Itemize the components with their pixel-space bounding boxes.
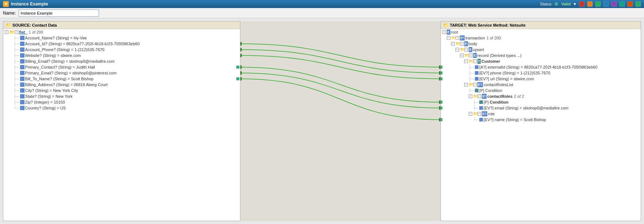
title-bar-right: Status: Valid ▼ <box>540 1 641 7</box>
expand-flat[interactable]: − <box>15 30 18 34</box>
tree-connector: └─ <box>473 117 479 122</box>
expand-icon[interactable]: − <box>460 54 464 57</box>
expand-icon-2[interactable]: − <box>477 112 481 116</box>
tree-item[interactable]: − 📁 − E upsert <box>441 47 641 53</box>
type-badge: E* <box>482 94 487 99</box>
field-icon <box>20 47 24 52</box>
tree-connector: ├─ <box>469 76 475 81</box>
left-connection-dot <box>441 101 442 104</box>
expand-icon[interactable]: − <box>464 59 468 63</box>
tree-connector: ├─ <box>14 35 19 40</box>
field-icon <box>479 118 483 121</box>
type-badge: E <box>473 53 477 58</box>
name-input[interactable] <box>19 9 99 17</box>
expand-icon-2[interactable]: − <box>473 59 477 63</box>
list-item: ├─ State? (String) = New York <box>3 93 240 99</box>
tree-connector: ├─ <box>469 88 475 93</box>
field-icon <box>20 106 24 110</box>
tree-connector: ├─ <box>14 59 19 64</box>
tree-item[interactable]: − 📁 − E* contactRoles 2 of 2 <box>441 93 641 99</box>
tree-item: └─ [EV?] name (String) = Scott Bishop <box>441 117 641 123</box>
left-connection-dot <box>441 118 442 121</box>
left-connection-dot <box>441 107 442 109</box>
folder-icon: 📁 <box>469 59 473 64</box>
expand-icon[interactable]: − <box>464 83 468 86</box>
toolbar-btn-4[interactable] <box>603 1 609 7</box>
dropdown-arrow[interactable]: ▼ <box>573 2 577 6</box>
tree-connector: ├─ <box>14 47 19 52</box>
left-panel-header: 📁 SOURCE: Contact Data <box>3 22 240 29</box>
svg-rect-2 <box>240 48 241 51</box>
list-item: ├─ Website? (String) = sbwire.com <box>3 53 240 58</box>
condition-icon <box>479 100 483 104</box>
type-badge: E <box>447 30 450 35</box>
toolbar-btn-8[interactable] <box>635 1 641 7</box>
flat-count: 1 of 200 <box>29 30 43 35</box>
toolbar-btn-2[interactable] <box>587 1 593 7</box>
folder-icon: 📁 <box>451 35 456 40</box>
tree-item[interactable]: − 📁 − E body <box>441 41 641 47</box>
right-panel-header: 📁 TARGET: Web Service Method: Netsuite <box>441 22 641 29</box>
svg-rect-10 <box>240 77 241 80</box>
expand-icon-2[interactable]: − <box>460 42 464 46</box>
field-icon <box>475 71 479 75</box>
right-panel-title: TARGET: Web Service Method: Netsuite <box>450 23 526 27</box>
tree-item: ├─ [EV?] email (String) = sbishop0@media… <box>441 105 641 111</box>
flat-label[interactable]: flat_ <box>19 30 27 35</box>
tree-connector: ├─ <box>14 82 19 87</box>
field-icon <box>20 82 24 87</box>
expand-icon-2[interactable]: − <box>473 83 477 86</box>
left-connection-dot <box>441 77 442 80</box>
tree-root[interactable]: − 📁 − flat_ 1 of 200 <box>3 29 240 35</box>
count-label: 2 of 2 <box>514 94 524 99</box>
list-item: └─ Country? (String) = US <box>3 105 240 111</box>
main-content: 📁 SOURCE: Contact Data − 📁 − flat_ 1 of … <box>0 18 644 224</box>
toolbar-btn-3[interactable] <box>595 1 601 7</box>
condition-icon <box>475 89 479 92</box>
expand-icon[interactable]: − <box>451 42 455 46</box>
tree-item-customer[interactable]: − 📁 − T Customer <box>441 58 641 64</box>
tree-item[interactable]: − 📁 − E? role <box>441 111 641 117</box>
expand-icon[interactable]: − <box>469 112 472 116</box>
tree-item[interactable]: − 📁 − E* transaction 1 of 200 <box>441 35 641 41</box>
field-icon <box>20 77 24 81</box>
tree-item[interactable]: − 📁 − E record (Derived types ...) <box>441 53 641 58</box>
expand-icon-2[interactable]: − <box>456 36 459 40</box>
tree-connector: ├─ <box>14 76 19 81</box>
type-badge: E? <box>477 82 483 87</box>
tree-connector: ├─ <box>469 65 475 70</box>
title-bar: ⚙ Instance Example Status: Valid ▼ <box>0 0 644 8</box>
type-badge: E <box>469 47 472 52</box>
target-folder-icon: 📁 <box>443 23 449 28</box>
field-icon <box>20 65 24 69</box>
expand-icon[interactable]: − <box>447 36 450 40</box>
expand-icon-2[interactable]: − <box>464 48 468 51</box>
canvas-area <box>240 21 441 221</box>
folder-icon: 📁 <box>469 82 473 87</box>
toolbar-btn-7[interactable] <box>627 1 633 7</box>
folder-icon: 📁 <box>460 47 464 52</box>
status-icon <box>555 2 558 6</box>
title-bar-left: ⚙ Instance Example <box>3 1 48 7</box>
toolbar-btn-6[interactable] <box>619 1 625 7</box>
type-badge: E <box>464 41 468 46</box>
tree-connector: ├─ <box>469 70 475 76</box>
field-icon <box>20 36 24 40</box>
folder-icon: 📁 <box>464 53 469 58</box>
expand-icon[interactable]: − <box>456 48 459 51</box>
expand-icon-2[interactable]: − <box>477 94 481 98</box>
tree-item[interactable]: − 📁 − E? contactRolesList <box>441 82 641 88</box>
expand-icon[interactable]: − <box>469 94 472 98</box>
tree-connector: ├─ <box>14 70 19 76</box>
expand-root[interactable]: − <box>5 30 8 34</box>
field-icon <box>20 59 24 63</box>
tree-connector: ├─ <box>14 53 19 58</box>
toolbar-btn-1[interactable] <box>579 1 585 7</box>
expand-icon-2[interactable]: − <box>469 54 472 57</box>
tree-item[interactable]: − E root <box>441 29 641 35</box>
folder-icon: 📁 <box>456 41 460 46</box>
right-connection-dot <box>236 77 239 80</box>
field-icon <box>20 53 24 58</box>
expand-icon[interactable]: − <box>442 30 446 34</box>
toolbar-btn-5[interactable] <box>611 1 617 7</box>
